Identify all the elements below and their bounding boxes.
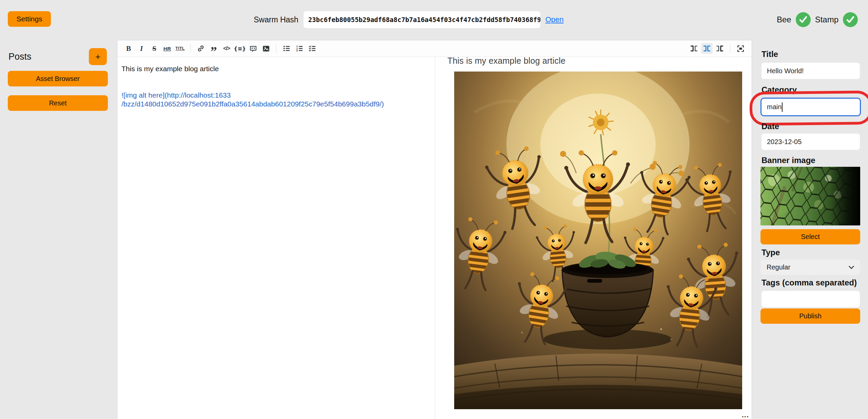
image-button[interactable]: [260, 43, 272, 54]
markdown-image-link-line1: ![img alt here](http://localhost:1633: [121, 91, 429, 100]
chevron-down-icon: [849, 266, 854, 269]
unordered-list-button[interactable]: [281, 43, 292, 54]
markdown-blank-lines: [121, 73, 429, 91]
banner-image-thumbnail[interactable]: [760, 167, 860, 225]
toolbar-divider: [730, 44, 730, 53]
ordered-list-button[interactable]: 1 2 3: [294, 43, 305, 54]
toolbar-divider: [276, 44, 276, 53]
italic-button[interactable]: I: [136, 43, 147, 54]
title-button[interactable]: TITL: [174, 43, 186, 54]
asset-browser-button[interactable]: Asset Browser: [8, 71, 108, 86]
posts-header: Posts +: [8, 48, 107, 65]
preview-overflow-dots: ...: [742, 411, 749, 419]
date-input[interactable]: [761, 134, 860, 150]
app-window: Settings Swarm Hash 23bc6feb80055b29adf6…: [0, 0, 868, 419]
preview-pane: This is my example blog article: [435, 57, 752, 419]
horizontal-rule-button[interactable]: HR: [161, 43, 173, 54]
swarm-hash-group: Swarm Hash 23bc6feb80055b29adf68a8c7b7a1…: [254, 11, 563, 28]
markdown-source-area[interactable]: This is my example blog article ![img al…: [117, 57, 435, 419]
strikethrough-button[interactable]: S: [149, 43, 160, 54]
category-value: main: [767, 103, 782, 111]
preview-only-toggle[interactable]: [688, 43, 700, 54]
svg-text:3: 3: [296, 49, 298, 52]
markdown-image-link-line2: /bzz/d1480d10652d975e091b2ffa0a35614abda…: [121, 100, 429, 108]
publish-button[interactable]: Publish: [760, 308, 860, 324]
title-input[interactable]: [761, 63, 860, 79]
bee-status-label: Bee: [777, 15, 791, 24]
type-select[interactable]: Regular: [760, 260, 860, 275]
type-label: Type: [761, 248, 780, 257]
markdown-line: This is my example blog article: [121, 64, 429, 73]
category-label: Category: [761, 85, 797, 95]
swarm-hash-input[interactable]: 23bc6feb80055b29adf68a8c7b7a16a454f03c4f…: [304, 11, 540, 28]
editor-toolbar: B I S HR TITL ” </> {≡}: [117, 40, 752, 57]
bee-check-icon: [796, 12, 811, 27]
markdown-editor: B I S HR TITL ” </> {≡}: [117, 40, 752, 419]
tags-label: Tags (comma separated): [761, 278, 857, 287]
banner-image-label: Banner image: [761, 156, 815, 165]
task-list-button[interactable]: [307, 43, 318, 54]
title-label: Title: [761, 49, 778, 59]
link-button[interactable]: [195, 43, 207, 54]
swarm-hash-label: Swarm Hash: [254, 15, 298, 24]
reset-button[interactable]: Reset: [8, 95, 108, 111]
stamp-status-label: Stamp: [815, 15, 838, 24]
category-input[interactable]: main: [760, 98, 861, 116]
quote-button[interactable]: ”: [208, 43, 219, 54]
type-selected-value: Regular: [767, 263, 790, 271]
settings-button[interactable]: Settings: [8, 11, 51, 27]
comment-code-button[interactable]: [247, 43, 259, 54]
side-by-side-toggle[interactable]: [701, 43, 713, 54]
toolbar-divider: [190, 44, 191, 53]
editor-only-toggle[interactable]: [714, 43, 726, 54]
select-banner-button[interactable]: Select: [760, 229, 860, 244]
posts-title: Posts: [8, 52, 32, 62]
article-bee-image: [454, 72, 742, 409]
open-link[interactable]: Open: [545, 15, 564, 24]
fullscreen-button[interactable]: [735, 43, 746, 54]
add-post-button[interactable]: +: [89, 48, 107, 65]
bold-button[interactable]: B: [123, 43, 134, 54]
text-caret: [782, 102, 783, 112]
date-label: Date: [761, 122, 779, 131]
stamp-check-icon: [843, 12, 858, 27]
status-group: Bee Stamp: [777, 12, 858, 27]
tags-input[interactable]: [761, 291, 860, 307]
code-button[interactable]: </>: [221, 43, 232, 54]
preview-article-title: This is my example blog article: [447, 57, 752, 66]
codeblock-button[interactable]: {≡}: [234, 43, 246, 54]
